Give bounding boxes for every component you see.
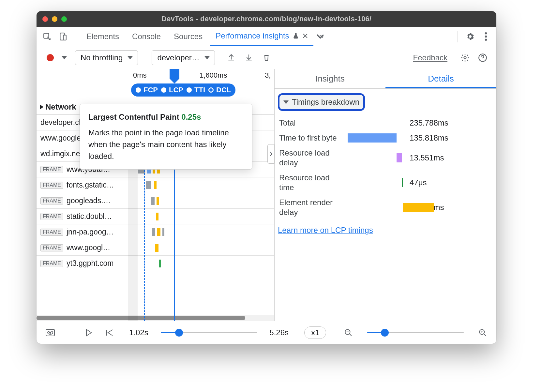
expand-icon: [40, 104, 43, 110]
timeline-tick: 1,600ms: [200, 71, 227, 80]
frame-tag: FRAME: [40, 166, 63, 173]
network-row[interactable]: FRAMEfonts.gstatic…: [37, 177, 274, 193]
timing-bar: [403, 203, 434, 212]
chevron-down-icon: [127, 56, 133, 59]
toolbar: No throttling developer… Feedback: [37, 46, 496, 69]
marker-tti[interactable]: TTI: [187, 86, 205, 94]
minimize-window-button[interactable]: [52, 16, 57, 22]
tooltip-value: 0.25s: [181, 113, 201, 121]
main-tabbar: Elements Console Sources Performance ins…: [37, 27, 496, 46]
playhead[interactable]: [170, 69, 179, 79]
total-time: 5.26s: [269, 328, 289, 337]
horizontal-scrollbar[interactable]: [37, 315, 274, 321]
close-window-button[interactable]: [42, 16, 48, 22]
record-button[interactable]: [44, 51, 57, 64]
throttling-value: No throttling: [81, 53, 123, 62]
zoom-slider[interactable]: [367, 332, 464, 333]
play-button[interactable]: [82, 326, 95, 339]
network-row[interactable]: FRAMEyt3.ggpht.com: [37, 256, 274, 271]
window-title: DevTools - developer.chrome.com/blog/new…: [42, 15, 490, 23]
gear-icon[interactable]: [459, 51, 472, 64]
collapse-sidepanel-button[interactable]: [267, 144, 275, 164]
network-host: fonts.gstatic…: [67, 181, 114, 189]
settings-icon[interactable]: [464, 30, 477, 43]
timeline-tick: 3,: [265, 71, 271, 80]
timing-value: 235.788ms: [410, 118, 489, 128]
timing-row: Total235.788ms: [278, 115, 490, 130]
network-row[interactable]: FRAMEwww.googl…: [37, 240, 274, 256]
more-tabs-icon[interactable]: »: [316, 30, 329, 43]
frame-tag: FRAME: [40, 260, 63, 267]
chevron-down-icon: [204, 56, 210, 59]
target-dropdown[interactable]: developer…: [152, 50, 215, 65]
maximize-window-button[interactable]: [61, 16, 67, 22]
timings-breakdown-header[interactable]: Timings breakdown: [278, 93, 365, 111]
tab-insights[interactable]: Insights: [275, 69, 385, 88]
tab-console[interactable]: Console: [127, 27, 166, 46]
tab-details[interactable]: Details: [385, 69, 496, 88]
timeline-tick: 0ms: [133, 71, 147, 80]
frame-tag: FRAME: [40, 197, 63, 204]
chevron-down-icon: [283, 100, 289, 104]
timing-label: Total: [279, 118, 344, 128]
timeline-ruler[interactable]: 0ms 1,600ms 3, FCP LCP TTI DCL: [37, 69, 274, 99]
speed-pill[interactable]: x1: [304, 326, 326, 339]
feedback-link[interactable]: Feedback: [413, 53, 447, 62]
timeline-slider[interactable]: [161, 332, 257, 333]
timing-label: Resource load delay: [279, 148, 344, 168]
frame-tag: FRAME: [40, 213, 63, 220]
tooltip-title: Largest Contentful Paint 0.25s: [88, 111, 244, 123]
side-panel: Insights Details Timings breakdown Total…: [275, 69, 496, 321]
frame-tag: FRAME: [40, 244, 63, 251]
frame-tag: FRAME: [40, 182, 63, 189]
svg-point-4: [485, 35, 487, 38]
tab-performance-insights[interactable]: Performance insights: [210, 27, 313, 46]
marker-fcp[interactable]: FCP: [136, 86, 158, 94]
export-icon[interactable]: [225, 51, 238, 64]
slider-knob[interactable]: [381, 329, 389, 337]
tab-label: Console: [132, 32, 161, 41]
divider: [75, 31, 75, 42]
divider: [458, 31, 458, 42]
svg-point-10: [50, 332, 51, 333]
flask-icon: [293, 33, 299, 39]
details-body: Timings breakdown Total235.788msTime to …: [275, 89, 496, 321]
target-value: developer…: [157, 53, 199, 62]
marker-dcl[interactable]: DCL: [208, 86, 231, 94]
inspect-element-icon[interactable]: [40, 30, 53, 43]
window-controls: [42, 16, 67, 22]
learn-more-link[interactable]: Learn more on LCP timings: [278, 226, 373, 235]
tab-label: Performance insights: [216, 31, 289, 40]
network-host: static.doubl…: [67, 212, 112, 221]
content-area: 0ms 1,600ms 3, FCP LCP TTI DCL Network: [37, 69, 496, 321]
timing-row: Resource load delay13.551ms: [278, 145, 490, 170]
device-toggle-icon[interactable]: [56, 30, 69, 43]
close-tab-icon[interactable]: [302, 33, 308, 39]
zoom-in-icon[interactable]: [476, 326, 489, 339]
kebab-menu-icon[interactable]: [479, 30, 492, 43]
network-row[interactable]: FRAMEstatic.doubl…: [37, 209, 274, 224]
delete-icon[interactable]: [260, 51, 273, 64]
breakdown-title: Timings breakdown: [292, 98, 359, 107]
timing-bar: [402, 178, 403, 187]
marker-lcp[interactable]: LCP: [161, 86, 183, 94]
tooltip-body: Marks the point in the page load timelin…: [88, 127, 244, 162]
svg-point-3: [485, 32, 487, 35]
import-icon[interactable]: [242, 51, 255, 64]
slider-knob[interactable]: [175, 329, 183, 337]
tab-sources[interactable]: Sources: [169, 27, 208, 46]
network-row[interactable]: FRAMEgoogleads.…: [37, 193, 274, 209]
timing-row: Resource load time47μs: [278, 170, 490, 195]
record-menu-caret[interactable]: [61, 56, 67, 59]
scrollbar-thumb[interactable]: [37, 316, 245, 320]
preview-toggle-icon[interactable]: [44, 326, 57, 339]
zoom-out-icon[interactable]: [342, 326, 355, 339]
current-time: 1.02s: [129, 328, 148, 337]
network-row[interactable]: FRAMEjnn-pa.goog…: [37, 224, 274, 240]
tab-elements[interactable]: Elements: [81, 27, 124, 46]
throttling-dropdown[interactable]: No throttling: [75, 50, 138, 65]
lcp-tooltip: Largest Contentful Paint 0.25s Marks the…: [80, 104, 252, 170]
help-icon[interactable]: [476, 51, 489, 64]
rewind-button[interactable]: [103, 326, 116, 339]
network-host: googleads.…: [67, 196, 111, 205]
